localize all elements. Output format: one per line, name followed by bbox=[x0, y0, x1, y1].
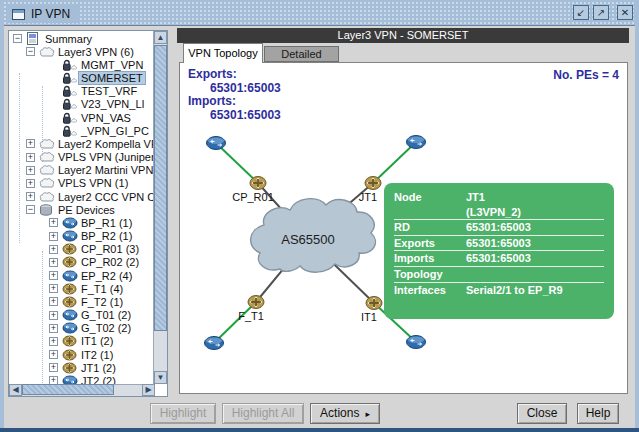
expand-toggle-icon[interactable]: + bbox=[49, 297, 58, 306]
highlight-button[interactable]: Highlight bbox=[150, 403, 216, 424]
expand-toggle-icon[interactable]: + bbox=[26, 179, 35, 188]
toggle-spacer bbox=[49, 87, 58, 96]
expand-toggle-icon[interactable]: + bbox=[49, 245, 58, 254]
window-border bbox=[635, 0, 639, 432]
vertical-scroll-thumb[interactable] bbox=[154, 45, 167, 331]
summary-icon bbox=[26, 32, 43, 45]
toggle-spacer bbox=[49, 74, 58, 83]
pe-router-label: CP_R01 bbox=[232, 191, 274, 203]
help-button[interactable]: Help bbox=[577, 403, 619, 424]
pe-router-icon-jt1[interactable] bbox=[365, 177, 381, 190]
tab-bar: VPN Topology Detailed bbox=[177, 43, 629, 62]
router-gold-icon bbox=[62, 335, 79, 348]
tree-vertical-scrollbar[interactable]: ▲ ▼ bbox=[153, 31, 167, 384]
tree-item-cp-r02-2[interactable]: +CP_R02 (2) bbox=[9, 256, 154, 269]
window-border bbox=[0, 0, 4, 432]
tree-item-cp-r01-3[interactable]: +CP_R01 (3) bbox=[9, 243, 154, 256]
titlebar[interactable]: IP VPN ↙ ↗ ✕ bbox=[4, 2, 635, 26]
tree-item-vpn-vas[interactable]: VPN_VAS bbox=[9, 111, 154, 124]
minimize-icon[interactable]: ↙ bbox=[573, 5, 589, 20]
pe-count: No. PEs = 4 bbox=[553, 68, 619, 82]
horizontal-scroll-thumb[interactable] bbox=[22, 384, 114, 395]
ce-router-icon[interactable] bbox=[407, 336, 426, 349]
ip-vpn-window: IP VPN ↙ ↗ ✕ −Summary−Layer3 VPN (6)MGMT… bbox=[0, 0, 639, 432]
cloud-icon bbox=[39, 45, 56, 58]
pe-router-icon-it1[interactable] bbox=[366, 297, 382, 310]
actions-button[interactable]: Actions▸ bbox=[310, 403, 380, 424]
tree-item-ep-r2-4[interactable]: +EP_R2 (4) bbox=[9, 269, 154, 282]
tree-item-layer2-ccc-vpn-cir[interactable]: +Layer2 CCC VPN Cir bbox=[9, 190, 154, 203]
expand-toggle-icon[interactable]: + bbox=[49, 218, 58, 227]
tree-item-label: MGMT_VPN bbox=[79, 59, 145, 71]
cloud-icon bbox=[39, 190, 56, 203]
expand-toggle-icon[interactable]: + bbox=[26, 166, 35, 175]
tree-item-f-t1-4[interactable]: +F_T1 (4) bbox=[9, 282, 154, 295]
scroll-down-icon[interactable]: ▼ bbox=[154, 371, 167, 384]
tooltip-label: Imports bbox=[394, 251, 466, 266]
collapse-toggle-icon[interactable]: − bbox=[13, 34, 22, 43]
tree-item-vpls-vpn-1[interactable]: +VPLS VPN (1) bbox=[9, 177, 154, 190]
tree-item-label: F_T2 (1) bbox=[79, 296, 125, 308]
highlight-all-button[interactable]: Highlight All bbox=[222, 403, 304, 424]
tree-horizontal-scrollbar[interactable]: ◀ ▶ bbox=[9, 384, 155, 396]
tree-item-layer3-vpn-6[interactable]: −Layer3 VPN (6) bbox=[9, 45, 154, 58]
close-icon[interactable]: ✕ bbox=[617, 5, 633, 20]
tree-item-it2-1[interactable]: +IT2 (1) bbox=[9, 348, 154, 361]
tree-item-v23-vpn-li[interactable]: V23_VPN_LI bbox=[9, 98, 154, 111]
pe-router-icon-cp_r01[interactable] bbox=[250, 177, 266, 190]
tree-item-layer2-kompella-vpn[interactable]: +Layer2 Kompella VPN bbox=[9, 137, 154, 150]
expand-toggle-icon[interactable]: + bbox=[49, 284, 58, 293]
tree-item-layer2-martini-vpn-c[interactable]: +Layer2 Martini VPN C bbox=[9, 164, 154, 177]
tree-item-vpls-vpn-juniper[interactable]: +VPLS VPN (Juniper) ( bbox=[9, 151, 154, 164]
tooltip-row-rd: RD65301:65003 bbox=[394, 220, 604, 236]
collapse-toggle-icon[interactable]: − bbox=[26, 205, 35, 214]
ce-router-icon[interactable] bbox=[407, 136, 426, 149]
tree-item-jt1-2[interactable]: +JT1 (2) bbox=[9, 361, 154, 374]
expand-toggle-icon[interactable]: + bbox=[49, 337, 58, 346]
tree-item-f-t2-1[interactable]: +F_T2 (1) bbox=[9, 295, 154, 308]
tree-item-test-vrf[interactable]: TEST_VRF bbox=[9, 85, 154, 98]
expand-toggle-icon[interactable]: + bbox=[49, 350, 58, 359]
tab-detailed[interactable]: Detailed bbox=[264, 46, 339, 62]
scroll-up-icon[interactable]: ▲ bbox=[154, 31, 167, 44]
tooltip-value: JT1 bbox=[466, 190, 604, 205]
tree-item-g-t02-2[interactable]: +G_T02 (2) bbox=[9, 322, 154, 335]
expand-toggle-icon[interactable]: + bbox=[49, 271, 58, 280]
tree-item-summary[interactable]: −Summary bbox=[9, 32, 154, 45]
expand-toggle-icon[interactable]: + bbox=[49, 363, 58, 372]
tree-item-somerset[interactable]: SOMERSET bbox=[9, 72, 154, 85]
ce-pe-link bbox=[216, 143, 258, 183]
scroll-right-icon[interactable]: ▶ bbox=[142, 384, 155, 396]
expand-toggle-icon[interactable]: + bbox=[26, 139, 35, 148]
tree-item-it1-2[interactable]: +IT1 (2) bbox=[9, 335, 154, 348]
tree-item-g-t01-2[interactable]: +G_T01 (2) bbox=[9, 309, 154, 322]
tree-item-mgmt-vpn[interactable]: MGMT_VPN bbox=[9, 58, 154, 71]
expand-toggle-icon[interactable]: + bbox=[49, 258, 58, 267]
collapse-toggle-icon[interactable]: − bbox=[26, 47, 35, 56]
tree-item-label: BP_R2 (1) bbox=[79, 230, 134, 242]
expand-toggle-icon[interactable]: + bbox=[26, 153, 35, 162]
router-gold-icon bbox=[62, 282, 79, 295]
expand-toggle-icon[interactable]: + bbox=[49, 232, 58, 241]
router-gold-icon bbox=[62, 243, 79, 256]
expand-toggle-icon[interactable]: + bbox=[26, 192, 35, 201]
router-blue-icon bbox=[62, 322, 79, 335]
ce-pe-link bbox=[214, 302, 256, 343]
tree-item-vpn-gi-pc[interactable]: _VPN_GI_PC bbox=[9, 124, 154, 137]
scroll-left-icon[interactable]: ◀ bbox=[9, 384, 22, 396]
as-cloud-label: AS65500 bbox=[281, 232, 335, 247]
maximize-icon[interactable]: ↗ bbox=[593, 5, 609, 20]
tab-vpn-topology[interactable]: VPN Topology bbox=[183, 43, 263, 63]
imports-label: Imports: bbox=[188, 95, 281, 109]
cloud-icon bbox=[39, 151, 56, 164]
ce-router-icon[interactable] bbox=[205, 337, 224, 350]
pe-router-icon-f_t1[interactable] bbox=[248, 296, 264, 309]
tree-item-label: Layer2 CCC VPN Cir bbox=[56, 191, 154, 203]
tree-item-bp-r1-1[interactable]: +BP_R1 (1) bbox=[9, 216, 154, 229]
ce-router-icon[interactable] bbox=[207, 137, 226, 150]
expand-toggle-icon[interactable]: + bbox=[49, 324, 58, 333]
expand-toggle-icon[interactable]: + bbox=[49, 311, 58, 320]
close-button[interactable]: Close bbox=[517, 403, 567, 424]
tree-item-pe-devices[interactable]: −PE Devices bbox=[9, 203, 154, 216]
tree-item-bp-r2-1[interactable]: +BP_R2 (1) bbox=[9, 230, 154, 243]
